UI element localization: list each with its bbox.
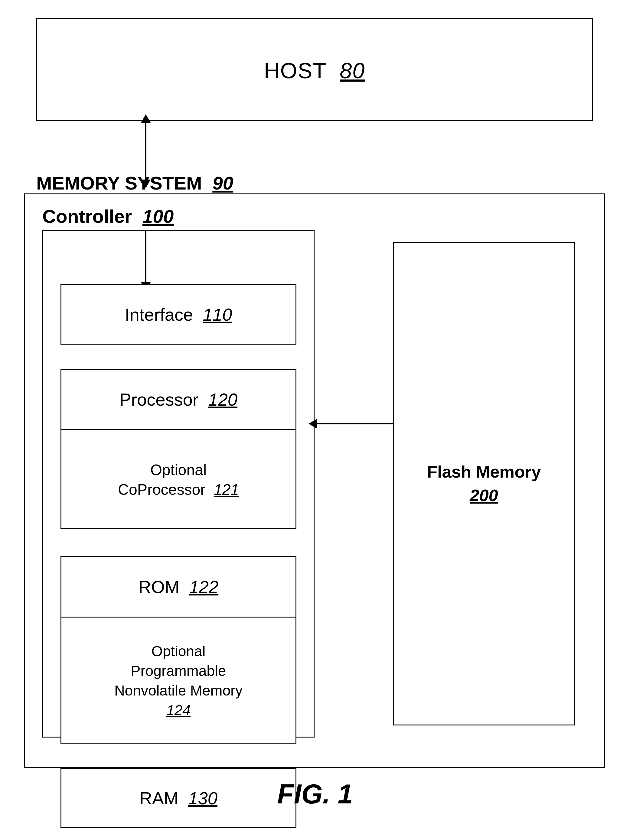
memory-system-number: 90 <box>212 172 233 193</box>
rom-inner-top: ROM 122 <box>62 557 296 617</box>
interface-number: 110 <box>203 305 232 324</box>
opt-prog-number: 124 <box>166 702 190 718</box>
host-label: HOST 80 <box>37 58 592 83</box>
memory-system-text: MEMORY SYSTEM <box>36 172 202 193</box>
controller-label: Controller 100 <box>42 205 174 227</box>
processor-text: Processor <box>119 390 198 409</box>
rom-text: ROM <box>139 577 179 597</box>
rom-label: ROM 122 <box>139 577 218 597</box>
processor-number: 120 <box>208 390 237 409</box>
flash-memory-box: Flash Memory 200 <box>393 242 575 725</box>
coprocessor-label: OptionalCoProcessor 121 <box>118 460 239 500</box>
controller-number: 100 <box>142 206 174 227</box>
host-number: 80 <box>340 58 365 83</box>
interface-box: Interface 110 <box>60 284 296 344</box>
flash-memory-label: Flash Memory 200 <box>427 460 541 507</box>
interface-text: Interface <box>125 305 193 324</box>
figure-text: FIG. 1 <box>277 779 353 809</box>
coprocessor-number: 121 <box>214 481 239 498</box>
arrow-controller-down <box>145 230 146 284</box>
rom-box: ROM 122 OptionalProgrammableNonvolatile … <box>60 556 296 744</box>
opt-prog-inner: OptionalProgrammableNonvolatile Memory12… <box>62 617 296 744</box>
opt-prog-label: OptionalProgrammableNonvolatile Memory12… <box>114 642 242 720</box>
processor-box: Processor 120 OptionalCoProcessor 121 <box>60 369 296 529</box>
interface-label: Interface 110 <box>125 305 232 325</box>
controller-text: Controller <box>42 206 132 227</box>
host-text: HOST <box>264 58 327 83</box>
host-box: HOST 80 <box>36 18 593 121</box>
processor-inner-top: Processor 120 <box>62 369 296 430</box>
diagram: HOST 80 MEMORY SYSTEM 90 Controller 100 … <box>0 0 630 840</box>
coprocessor-inner: OptionalCoProcessor 121 <box>62 430 296 530</box>
flash-memory-number: 200 <box>470 486 498 505</box>
rom-number: 122 <box>189 577 218 597</box>
memory-system-label: MEMORY SYSTEM 90 <box>36 172 233 194</box>
flash-memory-text: Flash Memory <box>427 462 541 481</box>
processor-label: Processor 120 <box>119 389 237 410</box>
figure-label: FIG. 1 <box>0 778 630 810</box>
